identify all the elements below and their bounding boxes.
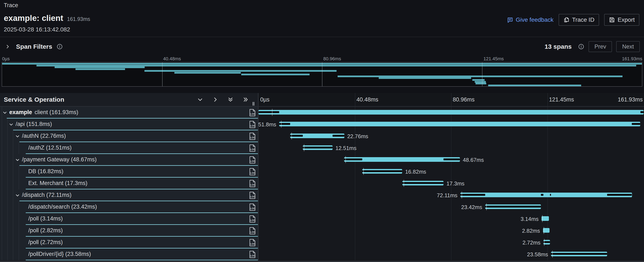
trace-id-button[interactable]: Trace ID — [558, 14, 599, 26]
indent-guide — [8, 118, 8, 130]
minimap-span-bar — [144, 70, 337, 72]
span-bar[interactable] — [551, 252, 607, 256]
collapse-all-icon[interactable] — [228, 96, 234, 102]
logs-icon[interactable]: LOG — [249, 121, 256, 128]
critical-path-segment — [550, 194, 551, 196]
span-bar[interactable] — [303, 145, 332, 150]
chevron-down-icon[interactable] — [15, 193, 20, 198]
horizontal-scrollbar[interactable] — [0, 261, 644, 262]
collapse-one-icon[interactable] — [197, 96, 203, 102]
comment-icon — [507, 17, 513, 23]
logs-icon[interactable]: LOG — [249, 132, 256, 140]
span-bar[interactable] — [485, 204, 541, 209]
expand-one-icon[interactable] — [212, 96, 218, 102]
axis-tick: 161.93ms — [618, 96, 643, 103]
span-name-cell[interactable]: /poll (3.14ms)LOG — [0, 213, 258, 225]
give-feedback-link[interactable]: Give feedback — [507, 16, 554, 23]
log-event-tick — [462, 192, 462, 198]
chevron-right-icon[interactable] — [5, 44, 10, 49]
span-row[interactable]: DB (16.82ms)LOG16.82ms — [0, 166, 644, 178]
span-bar[interactable] — [290, 134, 344, 138]
chevron-down-icon[interactable] — [2, 110, 7, 115]
chevron-down-icon[interactable] — [9, 122, 14, 127]
minimap-span-bar — [241, 74, 310, 75]
span-name-cell[interactable]: /pollDriver/{id} (23.58ms)LOG — [0, 248, 258, 260]
span-row[interactable]: /authZ (12.51ms)LOG12.51ms — [0, 142, 644, 154]
logs-icon[interactable]: LOG — [249, 215, 256, 223]
span-row[interactable]: /poll (2.72ms)LOG2.72ms — [0, 237, 644, 248]
minimap-span-bar — [475, 81, 486, 83]
span-row[interactable]: /poll (2.82ms)LOG2.82ms — [0, 225, 644, 237]
column-resize-handle[interactable] — [251, 101, 256, 106]
timeline-minimap[interactable] — [2, 62, 642, 87]
logs-icon[interactable]: LOG — [249, 239, 256, 246]
logs-icon[interactable]: LOG — [249, 180, 256, 187]
critical-path-segment — [344, 158, 362, 160]
expand-all-icon[interactable] — [243, 96, 248, 102]
span-name-cell[interactable]: /authZ (12.51ms)LOG — [0, 142, 258, 154]
span-name-cell[interactable]: /dispatch (72.11ms)LOG — [0, 190, 258, 201]
span-duration-label: 22.76ms — [347, 130, 368, 142]
chevron-down-icon[interactable] — [15, 158, 20, 162]
logs-icon[interactable]: LOG — [249, 109, 256, 116]
prev-span-button[interactable]: Prev — [588, 41, 612, 52]
span-filters-title[interactable]: Span Filters — [16, 43, 52, 50]
export-button[interactable]: Export — [604, 14, 639, 26]
svg-text:LOG: LOG — [250, 219, 255, 222]
logs-icon[interactable]: LOG — [249, 250, 256, 258]
indent-guide — [2, 130, 2, 142]
indent-guide — [13, 213, 13, 225]
span-row[interactable]: /payment Gateway (48.67ms)LOG48.67ms — [0, 154, 644, 166]
span-name: exampleclient (161.93ms) — [9, 107, 78, 118]
next-span-button[interactable]: Next — [616, 41, 640, 52]
log-event-tick — [544, 239, 544, 246]
give-feedback-label: Give feedback — [516, 16, 554, 23]
info-icon[interactable] — [578, 44, 584, 50]
logs-icon[interactable]: LOG — [249, 192, 256, 199]
span-bar[interactable] — [344, 157, 460, 162]
critical-path-segment — [444, 158, 460, 160]
span-row[interactable]: /poll (3.14ms)LOG3.14ms — [0, 213, 644, 225]
span-bar[interactable] — [362, 169, 402, 174]
span-row[interactable]: /dispatch/search (23.42ms)LOG23.42ms — [0, 201, 644, 213]
span-row[interactable]: exampleclient (161.93ms)LOG — [0, 107, 644, 118]
span-name-cell[interactable]: /api (151.8ms)LOG — [0, 118, 258, 130]
span-row[interactable]: /authN (22.76ms)LOG22.76ms — [0, 130, 644, 142]
trace-duration: 161.93ms — [67, 16, 90, 22]
indent-guide — [8, 166, 8, 178]
critical-path-segment — [551, 253, 607, 255]
indent-guide — [13, 225, 13, 237]
span-name-cell[interactable]: /dispatch/search (23.42ms)LOG — [0, 201, 258, 213]
span-bar[interactable] — [460, 192, 632, 197]
logs-icon[interactable]: LOG — [249, 203, 256, 211]
span-bar[interactable] — [402, 181, 444, 186]
span-name-cell[interactable]: exampleclient (161.93ms)LOG — [0, 107, 258, 118]
span-row[interactable]: Ext. Merchant (17.3ms)LOG17.3ms — [0, 178, 644, 190]
chevron-down-icon[interactable] — [15, 134, 20, 138]
span-name: Ext. Merchant (17.3ms) — [28, 178, 88, 189]
span-name-cell[interactable]: Ext. Merchant (17.3ms)LOG — [0, 178, 258, 190]
span-name-cell[interactable]: /authN (22.76ms)LOG — [0, 130, 258, 142]
span-name-cell[interactable]: /payment Gateway (48.67ms)LOG — [0, 154, 258, 166]
logs-icon[interactable]: LOG — [249, 168, 256, 176]
logs-icon[interactable]: LOG — [249, 144, 256, 152]
indent-guide — [8, 225, 8, 237]
span-row[interactable]: /api (151.8ms)LOG151.8ms — [0, 118, 644, 130]
logs-icon[interactable]: LOG — [249, 156, 256, 164]
span-row[interactable]: /pollDriver/{id} (23.58ms)LOG23.58ms — [0, 248, 644, 260]
span-bar[interactable] — [258, 110, 644, 114]
span-name-cell[interactable]: DB (16.82ms)LOG — [0, 166, 258, 178]
span-bar[interactable] — [279, 122, 640, 126]
indent-guide — [8, 154, 8, 166]
logs-icon[interactable]: LOG — [249, 227, 256, 234]
span-row[interactable]: /dispatch (72.11ms)LOG72.11ms — [0, 190, 644, 201]
indent-guide — [2, 154, 2, 166]
minimap-span-bar — [338, 76, 622, 77]
span-duration-label: 16.82ms — [405, 166, 426, 178]
critical-path-segment — [258, 111, 279, 113]
info-icon[interactable] — [56, 44, 63, 50]
minimap-span-bar — [379, 77, 471, 79]
critical-path-segment — [460, 194, 485, 196]
span-name-cell[interactable]: /poll (2.72ms)LOG — [0, 237, 258, 248]
span-name-cell[interactable]: /poll (2.82ms)LOG — [0, 225, 258, 237]
